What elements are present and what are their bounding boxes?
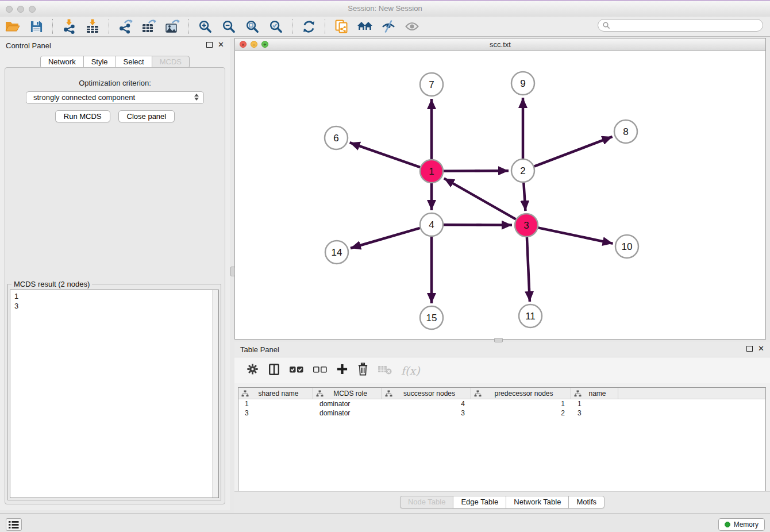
horizontal-divider-grip[interactable] xyxy=(494,338,503,342)
table-cell[interactable]: 3 xyxy=(382,409,471,417)
graph-node-3[interactable]: 3 xyxy=(515,214,538,237)
graph-node-15[interactable]: 15 xyxy=(420,306,443,329)
tab-select[interactable]: Select xyxy=(116,56,152,68)
zoom-out-button[interactable] xyxy=(220,18,238,35)
graph-node-8[interactable]: 8 xyxy=(614,120,637,143)
close-table-panel-icon[interactable]: ✕ xyxy=(758,345,764,352)
save-session-button[interactable] xyxy=(27,18,45,35)
zoom-in-button[interactable] xyxy=(196,18,214,35)
optimization-criterion-label: Optimization criterion: xyxy=(5,79,225,87)
add-column-button[interactable] xyxy=(336,363,348,377)
graph-node-2[interactable]: 2 xyxy=(511,159,534,182)
graph-node-11[interactable]: 11 xyxy=(519,304,542,327)
task-history-button[interactable] xyxy=(6,518,22,531)
tab-network[interactable]: Network xyxy=(40,56,84,68)
status-bar: Memory xyxy=(0,513,770,532)
close-window-button[interactable] xyxy=(6,6,13,13)
delete-column-button[interactable] xyxy=(357,363,369,378)
graph-node-1[interactable]: 1 xyxy=(420,160,443,183)
result-scrollbar[interactable] xyxy=(212,290,218,498)
table-cell[interactable]: 2 xyxy=(471,409,571,417)
minimize-window-button[interactable] xyxy=(17,6,24,13)
table-cell[interactable]: 3 xyxy=(571,409,618,417)
help-home-button[interactable] xyxy=(356,18,374,35)
float-panel-icon[interactable] xyxy=(206,42,213,48)
criterion-select[interactable]: strongly connected component xyxy=(26,91,204,104)
table-tab-edge-table[interactable]: Edge Table xyxy=(453,496,506,508)
node-label: 15 xyxy=(426,313,437,323)
graph-edge-3-10[interactable] xyxy=(538,228,613,243)
graph-edge-3-1[interactable] xyxy=(444,178,516,219)
plus-icon xyxy=(336,363,348,375)
close-panel-button[interactable]: Close panel xyxy=(118,110,175,122)
table-cell[interactable]: 4 xyxy=(382,400,471,408)
close-panel-icon[interactable]: ✕ xyxy=(218,41,224,48)
unselect-all-columns-button[interactable] xyxy=(313,364,328,377)
table-cell[interactable]: dominator xyxy=(313,400,382,408)
graph-edge-4-14[interactable] xyxy=(351,228,420,248)
mcds-result-line: 3 xyxy=(14,301,218,311)
tab-mcds[interactable]: MCDS xyxy=(152,56,190,68)
list-icon xyxy=(9,521,19,529)
column-header-predecessor-nodes[interactable]: predecessor nodes xyxy=(471,388,571,399)
vertical-divider-grip[interactable] xyxy=(230,267,235,276)
clone-network-button[interactable] xyxy=(332,18,351,35)
float-table-panel-icon[interactable] xyxy=(746,346,753,352)
graph-edge-1-6[interactable] xyxy=(350,142,421,167)
table-tab-motifs[interactable]: Motifs xyxy=(568,496,605,508)
search-input[interactable] xyxy=(613,21,753,30)
network-minimize-button[interactable]: − xyxy=(251,41,257,48)
graph-node-7[interactable]: 7 xyxy=(420,73,443,96)
select-all-columns-button[interactable] xyxy=(289,364,304,377)
graph-node-6[interactable]: 6 xyxy=(325,126,348,149)
network-maximize-button[interactable]: + xyxy=(261,41,268,48)
tab-style[interactable]: Style xyxy=(83,56,116,68)
graph-edge-3-11[interactable] xyxy=(527,237,530,302)
import-network-button[interactable] xyxy=(60,18,78,35)
table-tab-network-table[interactable]: Network Table xyxy=(506,496,569,508)
split-table-button[interactable] xyxy=(268,363,280,378)
graph-node-4[interactable]: 4 xyxy=(420,213,443,236)
table-cell[interactable]: 1 xyxy=(471,400,571,408)
table-cell[interactable]: 3 xyxy=(238,409,313,417)
graph-node-10[interactable]: 10 xyxy=(615,235,638,258)
zoom-window-button[interactable] xyxy=(29,6,36,13)
column-settings-gear-button[interactable] xyxy=(246,363,259,378)
column-header-shared-name[interactable]: shared name xyxy=(238,388,313,399)
column-header-successor-nodes[interactable]: successor nodes xyxy=(382,388,471,399)
memory-button[interactable]: Memory xyxy=(718,518,765,531)
table-row[interactable]: 1dominator411 xyxy=(238,399,765,408)
control-panel-header: Control Panel ✕ xyxy=(0,38,230,53)
table-cell[interactable]: 1 xyxy=(571,400,618,408)
table-row[interactable]: 3dominator323 xyxy=(238,408,765,418)
export-table-button[interactable] xyxy=(140,18,158,35)
table-cell[interactable]: dominator xyxy=(313,409,382,417)
network-close-button[interactable]: × xyxy=(240,41,247,48)
export-image-button[interactable] xyxy=(163,18,182,35)
refresh-view-button[interactable] xyxy=(299,18,318,35)
zoom-selected-button[interactable] xyxy=(267,18,285,35)
graph-node-14[interactable]: 14 xyxy=(325,241,348,264)
table-tab-node-table[interactable]: Node Table xyxy=(400,496,454,508)
show-panels-button-disabled xyxy=(403,18,421,35)
column-header-mcds-role[interactable]: MCDS role xyxy=(313,388,382,399)
column-header-name[interactable]: name xyxy=(571,388,618,399)
function-builder-button-disabled: f(x) xyxy=(401,364,420,377)
delete-table-icon xyxy=(378,364,392,375)
zoom-in-icon xyxy=(198,20,213,34)
graph-edge-2-3[interactable] xyxy=(523,183,525,211)
column-type-icon xyxy=(474,390,482,397)
app-title: Session: New Session xyxy=(0,1,770,16)
table-cell[interactable]: 1 xyxy=(238,400,313,408)
mcds-result-text[interactable]: 13 xyxy=(10,290,219,498)
import-table-button[interactable] xyxy=(83,18,102,35)
graph-node-9[interactable]: 9 xyxy=(511,72,534,95)
zoom-fit-button[interactable] xyxy=(243,18,261,35)
hide-panels-button[interactable] xyxy=(379,18,398,35)
graph-edge-2-8[interactable] xyxy=(534,137,613,167)
search-box[interactable] xyxy=(598,19,763,32)
run-mcds-button[interactable]: Run MCDS xyxy=(55,110,110,122)
network-canvas[interactable]: 1234678910111415 xyxy=(235,51,765,339)
open-file-button[interactable] xyxy=(3,18,22,35)
export-network-button[interactable] xyxy=(116,18,134,35)
